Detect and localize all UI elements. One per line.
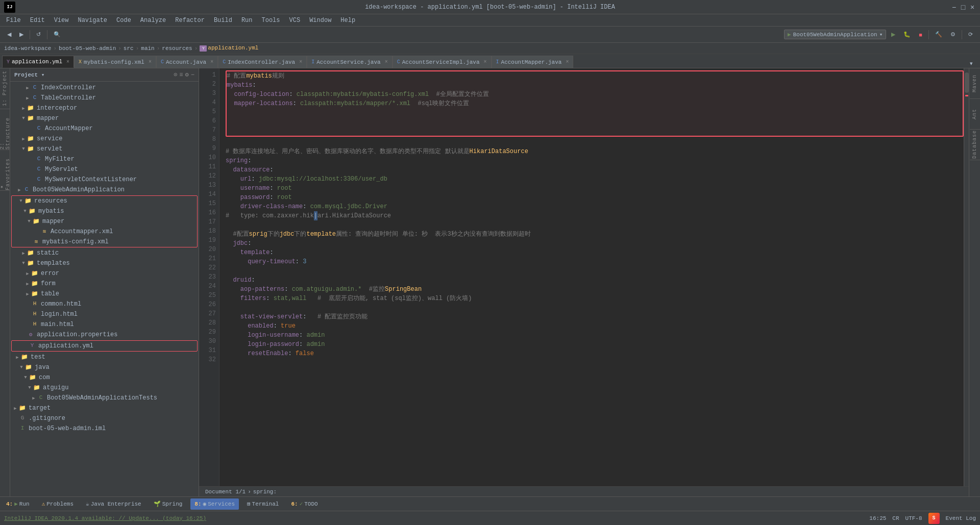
tree-item-form[interactable]: ▶ 📁 form [10, 279, 199, 289]
breadcrumb-file[interactable]: Yapplication.yml [200, 45, 258, 52]
tree-item-main-html[interactable]: H main.html [10, 319, 199, 330]
tree-item-myfilter[interactable]: C MyFilter [10, 154, 199, 164]
menu-vcs[interactable]: VCS [285, 16, 305, 25]
project-collapse-button[interactable]: ≡ [179, 71, 183, 79]
menu-file[interactable]: File [2, 16, 25, 25]
database-panel-tab[interactable]: Database [970, 130, 980, 160]
project-settings-button[interactable]: ⚙ [185, 71, 189, 79]
tree-item-gitignore[interactable]: G .gitignore [10, 413, 199, 423]
tree-item-boot05tests[interactable]: ▶ C Boot05WebAdminApplicationTests [10, 393, 199, 403]
tree-item-servlet[interactable]: ▼ 📁 servlet [10, 144, 199, 154]
tree-item-common-html[interactable]: H common.html [10, 299, 199, 309]
tree-item-application-yml[interactable]: Y application.yml [12, 341, 197, 351]
minimize-button[interactable]: − [950, 4, 958, 11]
debug-button[interactable]: 🐛 [900, 30, 914, 39]
tab-close-account-service[interactable]: × [385, 59, 388, 65]
tree-item-myservlet[interactable]: C MyServlet [10, 164, 199, 174]
maximize-button[interactable]: □ [960, 4, 967, 11]
tabs-overflow-button[interactable]: ▾ [967, 59, 976, 68]
tab-account-service[interactable]: I AccountService.java × [307, 56, 392, 68]
breadcrumb-src[interactable]: src [124, 45, 134, 52]
update-notification[interactable]: IntelliJ IDEA 2020.1.4 available: // Upd… [4, 515, 206, 521]
tree-item-target[interactable]: ▶ 📁 target [10, 403, 199, 413]
problems-tab[interactable]: ⚠ Problems [38, 498, 78, 510]
tab-mybatis-config[interactable]: X mybatis-config.xml × [74, 56, 156, 68]
tab-close-account-mapper[interactable]: × [566, 59, 569, 65]
tab-close-account-java[interactable]: × [210, 59, 213, 65]
run-button[interactable]: ▶ [888, 30, 898, 39]
search-everywhere-button[interactable]: 🔍 [51, 30, 64, 39]
tab-account-mapper[interactable]: I AccountMapper.java × [492, 56, 574, 68]
tab-close-account-service-impl[interactable]: × [484, 59, 487, 65]
menu-view[interactable]: View [50, 16, 73, 25]
services-tab[interactable]: 8: ◉ Services [190, 498, 239, 510]
menu-window[interactable]: Window [305, 16, 335, 25]
tree-item-com[interactable]: ▼ 📁 com [10, 372, 199, 383]
tree-item-myswervlet[interactable]: C MySwervletContextListener [10, 174, 199, 185]
menu-analyze[interactable]: Analyze [136, 16, 170, 25]
tree-item-templates[interactable]: ▼ 📁 templates [10, 258, 199, 268]
build-button[interactable]: 🔨 [932, 30, 945, 39]
tree-item-accountmapper[interactable]: C AccountMapper [10, 123, 199, 134]
editor-scrollbar[interactable] [964, 68, 969, 486]
tree-item-mapper-folder[interactable]: ▼ 📁 mapper [12, 216, 197, 227]
forward-button[interactable]: ▶ [16, 30, 27, 39]
tree-item-indexcontroller[interactable]: ▶ C IndexController [10, 83, 199, 93]
tree-item-login-html[interactable]: H login.html [10, 309, 199, 319]
menu-tools[interactable]: Tools [258, 16, 284, 25]
terminal-tab[interactable]: ⊞ Terminal [243, 498, 283, 510]
breadcrumb-project[interactable]: boot-05-web-admin [59, 45, 116, 52]
status-encoding[interactable]: CR [892, 515, 899, 521]
todo-tab[interactable]: 6: ✓ TODO [287, 498, 322, 510]
ant-panel-tab[interactable]: Ant [970, 99, 980, 130]
status-charset[interactable]: UTF-8 [905, 515, 922, 521]
tree-item-app-properties[interactable]: ⚙ application.properties [10, 330, 199, 340]
spring-tab[interactable]: 🌱 Spring [150, 498, 187, 510]
tree-item-mybatis-folder[interactable]: ▼ 📁 mybatis [12, 206, 197, 216]
menu-run[interactable]: Run [237, 16, 257, 25]
tab-account-service-impl[interactable]: C AccountServiceImpl.java × [393, 56, 492, 68]
tab-close-index-controller[interactable]: × [299, 59, 302, 65]
tab-application-yml[interactable]: Y application.yml × [2, 56, 74, 68]
tree-item-tablecontroller[interactable]: ▶ C TableController [10, 93, 199, 103]
stop-button[interactable]: ■ [916, 31, 925, 39]
project-close-button[interactable]: − [191, 71, 194, 79]
tree-item-accountmapper-xml[interactable]: ≋ Accountmapper.xml [12, 227, 197, 237]
menu-navigate[interactable]: Navigate [74, 16, 111, 25]
favorites-tab-vertical[interactable]: ★ Favorites [0, 150, 10, 191]
back-button[interactable]: ◀ [4, 30, 14, 39]
scrollbar-thumb[interactable] [965, 72, 969, 93]
structure-tab-vertical[interactable]: 2: Structure [0, 109, 10, 150]
breadcrumb-workspace[interactable]: idea-workspace [4, 45, 51, 52]
project-sync-button[interactable]: ⊙ [174, 71, 177, 79]
tab-account-java[interactable]: C Account.java × [156, 56, 218, 68]
tree-item-resources[interactable]: ▼ 📁 resources [12, 196, 197, 206]
tree-item-table[interactable]: ▶ 📁 table [10, 289, 199, 299]
tree-item-mapper[interactable]: ▼ 📁 mapper [10, 113, 199, 123]
close-button[interactable]: × [969, 4, 976, 11]
event-log-label[interactable]: Event Log [946, 515, 976, 521]
tree-item-static[interactable]: ▶ 📁 static [10, 248, 199, 258]
tab-close-mybatis-config[interactable]: × [149, 59, 152, 65]
run-tab[interactable]: 4: ▶ Run [2, 498, 34, 510]
menu-build[interactable]: Build [210, 16, 236, 25]
breadcrumb-resources[interactable]: resources [162, 45, 192, 52]
breadcrumb-main[interactable]: main [141, 45, 154, 52]
refresh-button[interactable]: ↺ [33, 30, 44, 39]
menu-help[interactable]: Help [336, 16, 359, 25]
tree-item-error[interactable]: ▶ 📁 error [10, 268, 199, 279]
project-tab-vertical[interactable]: 1: Project [0, 68, 10, 109]
tree-item-boot05app[interactable]: ▶ C Boot05WebAdminApplication [10, 185, 199, 195]
tab-index-controller[interactable]: C IndexController.java × [218, 56, 307, 68]
tree-item-iml[interactable]: I boot-05-web-admin.iml [10, 423, 199, 434]
menu-edit[interactable]: Edit [26, 16, 49, 25]
menu-code[interactable]: Code [112, 16, 135, 25]
tab-close-application-yml[interactable]: × [66, 59, 69, 65]
menu-refactor[interactable]: Refactor [171, 16, 209, 25]
tree-item-service[interactable]: ▶ 📁 service [10, 134, 199, 144]
code-area[interactable]: # 配置mybatis规则 mybatis: config-location: … [219, 68, 964, 486]
tree-item-test[interactable]: ▶ 📁 test [10, 352, 199, 362]
run-config-dropdown[interactable]: ▶ Boot05WebAdminApplication ▾ [784, 30, 886, 39]
update-button[interactable]: ⟳ [965, 30, 976, 39]
settings-button[interactable]: ⚙ [947, 30, 959, 39]
